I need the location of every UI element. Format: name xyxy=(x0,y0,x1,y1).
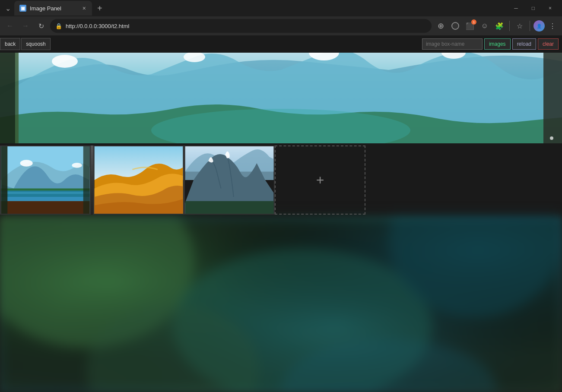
browser-chrome: ⌄ ▣ Image Panel × + ─ □ × ← → ↻ 🔒 http:/… xyxy=(0,0,562,35)
address-bar[interactable]: 🔒 http://0.0.0.0:3000/t2.html xyxy=(50,19,432,33)
lock-icon: 🔒 xyxy=(55,23,62,29)
add-thumbnail-button[interactable]: + xyxy=(275,145,365,215)
hero-image xyxy=(0,53,562,143)
add-icon: + xyxy=(316,172,324,188)
nav-divider-2 xyxy=(530,21,530,31)
svg-point-10 xyxy=(20,160,33,167)
extension-icon-1[interactable]: ⊕ xyxy=(434,19,447,32)
thumbnail-3[interactable] xyxy=(184,145,275,215)
forward-arrow-icon: → xyxy=(22,22,29,30)
hero-svg xyxy=(0,53,562,143)
svg-rect-16 xyxy=(1,146,8,214)
image-box-name-input[interactable] xyxy=(422,38,483,50)
back-arrow-icon: ← xyxy=(6,22,13,30)
images-button[interactable]: images xyxy=(484,38,511,50)
svg-rect-17 xyxy=(83,146,90,214)
svg-rect-7 xyxy=(543,53,562,143)
window-controls: ─ □ × xyxy=(507,0,559,16)
active-tab[interactable]: ▣ Image Panel × xyxy=(14,1,92,16)
app-top-bar: back squoosh images reload clear xyxy=(0,35,562,53)
svg-rect-15 xyxy=(1,201,90,214)
minimize-button[interactable]: ─ xyxy=(507,0,525,16)
app-content: back squoosh images reload clear xyxy=(0,35,562,392)
extensions-puzzle-icon[interactable]: 🧩 xyxy=(493,19,506,32)
tab-list-icon[interactable]: ⌄ xyxy=(3,3,13,14)
back-button[interactable]: back xyxy=(0,38,20,50)
maximize-button[interactable]: □ xyxy=(525,0,542,16)
svg-point-1 xyxy=(52,55,78,68)
back-nav-button[interactable]: ← xyxy=(3,19,16,32)
new-tab-button[interactable]: + xyxy=(94,2,106,15)
nav-divider xyxy=(509,21,510,31)
svg-rect-6 xyxy=(15,53,19,143)
tab-bar: ⌄ ▣ Image Panel × + ─ □ × xyxy=(0,0,562,16)
tab-close-button[interactable]: × xyxy=(82,4,87,13)
browser-menu-icon[interactable]: ⋮ xyxy=(546,19,559,33)
svg-rect-20 xyxy=(185,201,274,214)
refresh-icon: ↻ xyxy=(38,22,44,30)
blurred-background xyxy=(0,217,562,392)
svg-point-11 xyxy=(72,163,82,168)
bookmarks-icon[interactable]: ☆ xyxy=(513,19,526,32)
tab-favicon: ▣ xyxy=(19,5,26,12)
thumbnail-2[interactable] xyxy=(93,145,184,215)
nav-bar: ← → ↻ 🔒 http://0.0.0.0:3000/t2.html ⊕ ⬛ … xyxy=(0,16,562,35)
top-bar-right: images reload clear xyxy=(422,38,559,50)
extension-icon-4[interactable]: ☺ xyxy=(478,19,491,32)
badge-count: 1 xyxy=(471,19,476,25)
nav-icons: ⊕ ⬛ 1 ☺ 🧩 ☆ 👤 ⋮ xyxy=(434,19,559,33)
clear-button[interactable]: clear xyxy=(538,38,559,50)
tab-title: Image Panel xyxy=(30,5,78,12)
svg-rect-5 xyxy=(0,53,15,143)
extension-icon-2[interactable] xyxy=(449,19,462,32)
extension-icon-3[interactable]: ⬛ 1 xyxy=(464,19,476,32)
refresh-button[interactable]: ↻ xyxy=(35,19,48,32)
reload-button[interactable]: reload xyxy=(512,38,536,50)
url-text: http://0.0.0.0:3000/t2.html xyxy=(66,23,426,29)
forward-nav-button[interactable]: → xyxy=(19,19,32,32)
close-button[interactable]: × xyxy=(542,0,559,16)
squoosh-button[interactable]: squoosh xyxy=(21,38,50,50)
profile-avatar[interactable]: 👤 xyxy=(533,20,545,32)
svg-rect-14 xyxy=(1,192,90,194)
carousel-dot[interactable] xyxy=(550,136,553,140)
thumbnail-area: + xyxy=(0,143,562,217)
thumbnail-1[interactable] xyxy=(0,145,91,215)
